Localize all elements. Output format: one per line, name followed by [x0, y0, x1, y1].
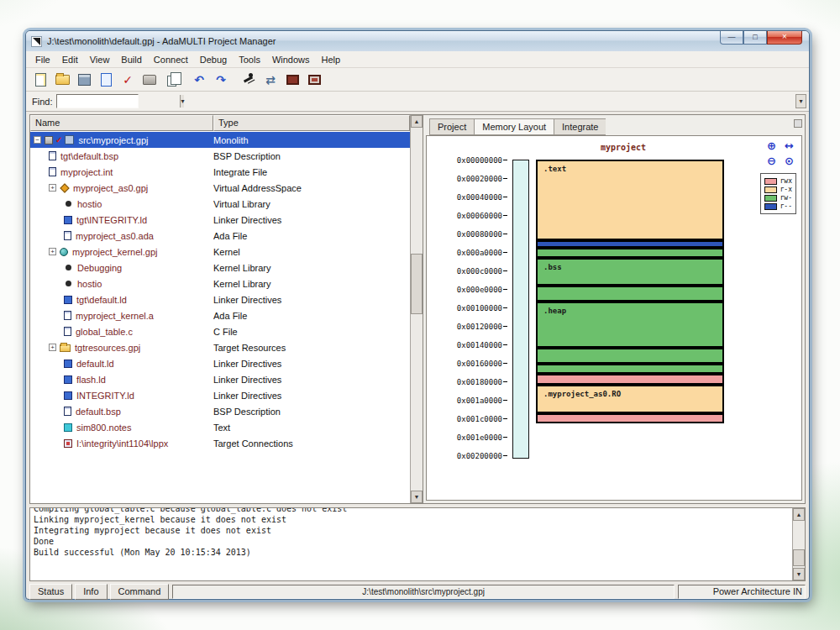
- memory-segment[interactable]: [536, 364, 724, 374]
- memory-segment[interactable]: [536, 413, 724, 423]
- menu-item-windows[interactable]: Windows: [266, 53, 316, 66]
- title-bar[interactable]: J:\test\monolith\default.gpj - AdaMULTI …: [26, 31, 809, 51]
- menu-item-view[interactable]: View: [84, 53, 116, 66]
- memory-segment[interactable]: [536, 348, 724, 364]
- tree-body: −✓src\myproject.gpjMonolithtgt\default.b…: [30, 131, 410, 503]
- tree-row-hostio[interactable]: hostioVirtual Library: [30, 196, 410, 212]
- tree-row-default-ld[interactable]: default.ldLinker Directives: [30, 355, 410, 371]
- tree-row-sim800-notes[interactable]: sim800.notesText: [30, 419, 410, 435]
- close-button[interactable]: ×: [767, 31, 802, 45]
- tree-scroll-thumb[interactable]: [411, 254, 423, 314]
- expand-icon[interactable]: +: [49, 248, 56, 255]
- find-combobox[interactable]: ▾: [56, 94, 139, 108]
- scroll-up-icon[interactable]: ▲: [411, 115, 423, 128]
- memory-address-label: 0x001c0000: [457, 415, 502, 423]
- tree-row-hostio[interactable]: hostioKernel Library: [30, 276, 410, 291]
- tree-row-tgt-integrity-ld[interactable]: tgt\INTEGRITY.ldLinker Directives: [30, 212, 410, 228]
- statusbar-tab-command[interactable]: Command: [110, 584, 170, 600]
- segment--heap[interactable]: .heap: [536, 302, 724, 348]
- segment--text[interactable]: .text: [536, 160, 724, 240]
- menu-item-file[interactable]: File: [29, 53, 56, 66]
- tree-row-tgtresources-gpj[interactable]: +tgtresources.gpjTarget Resources: [30, 339, 410, 355]
- expand-icon[interactable]: +: [49, 184, 56, 192]
- collapse-icon[interactable]: −: [34, 136, 41, 144]
- remote-target-button[interactable]: [304, 70, 324, 90]
- tree-item-name: myproject_kernel.gpj: [72, 247, 158, 257]
- menu-item-build[interactable]: Build: [115, 53, 147, 66]
- column-header-name[interactable]: Name: [30, 115, 213, 131]
- find-dropdown-icon[interactable]: ▾: [180, 95, 184, 108]
- console-scroll-up-icon[interactable]: ▲: [793, 508, 805, 521]
- memory-segment[interactable]: [536, 248, 724, 258]
- tree-row-myproject-int[interactable]: myproject.intIntegrate File: [30, 164, 410, 180]
- tree-row-integrity-ld[interactable]: INTEGRITY.ldLinker Directives: [30, 387, 410, 403]
- document-icon: [64, 231, 71, 240]
- memory-segment[interactable]: [536, 240, 724, 248]
- statusbar-tab-status[interactable]: Status: [29, 584, 72, 600]
- segment--bss[interactable]: .bss: [536, 258, 724, 286]
- open-folder-button[interactable]: [52, 70, 72, 90]
- tree-item-name: hostio: [77, 199, 102, 209]
- new-window-button[interactable]: [96, 70, 116, 90]
- tree-scroll-track[interactable]: [411, 128, 423, 491]
- debug-target-button[interactable]: [282, 70, 302, 90]
- legend-swatch: [764, 178, 777, 185]
- minimize-button[interactable]: —: [720, 31, 743, 45]
- segment--myproject-as0-ro[interactable]: .myproject_as0.RO: [536, 385, 724, 413]
- copy-button[interactable]: [161, 70, 181, 90]
- memory-segment[interactable]: [536, 374, 724, 385]
- memory-default-column[interactable]: [512, 160, 529, 459]
- build-run-button[interactable]: [239, 70, 259, 90]
- tree-item-type: Kernel Library: [213, 279, 410, 289]
- zoom-region-icon[interactable]: ⊙: [780, 154, 798, 169]
- column-header-type[interactable]: Type: [213, 115, 410, 131]
- tree-row-tgt-default-bsp[interactable]: tgt\default.bspBSP Description: [30, 148, 410, 164]
- tick-mark: [503, 307, 507, 308]
- memory-address-label: 0x000a0000: [457, 249, 502, 257]
- tree-row-src-myproject-gpj[interactable]: −✓src\myproject.gpjMonolith: [30, 132, 410, 148]
- tab-memory-layout[interactable]: Memory Layout: [474, 118, 554, 135]
- console-scroll-thumb[interactable]: [793, 549, 805, 566]
- findbar-right-dropdown-icon[interactable]: ▾: [795, 94, 806, 108]
- tree-row-debugging[interactable]: DebuggingKernel Library: [30, 260, 410, 276]
- tree-row-myproject-as0-gpj[interactable]: +myproject_as0.gpjVirtual AddressSpace: [30, 180, 410, 196]
- tree-row-global-table-c[interactable]: global_table.cC File: [30, 323, 410, 339]
- undo-button[interactable]: ↶: [189, 70, 209, 90]
- tree-row-myproject-kernel-a[interactable]: myproject_kernel.aAda File: [30, 307, 410, 323]
- console-scroll-down-icon[interactable]: ▼: [793, 568, 805, 580]
- memory-segment[interactable]: [536, 286, 724, 302]
- memory-address-row: 0x00140000: [428, 341, 507, 360]
- expand-icon[interactable]: +: [49, 344, 56, 351]
- menu-item-debug[interactable]: Debug: [194, 53, 233, 66]
- menu-item-tools[interactable]: Tools: [233, 53, 266, 66]
- tab-integrate[interactable]: Integrate: [554, 118, 606, 135]
- tree-row-flash-ld[interactable]: flash.ldLinker Directives: [30, 371, 410, 387]
- statusbar-tab-info[interactable]: Info: [75, 584, 107, 600]
- tree-row-myproject-kernel-gpj[interactable]: +myproject_kernel.gpjKernel: [30, 244, 410, 260]
- console-scroll-track[interactable]: [793, 521, 805, 568]
- zoom-in-icon[interactable]: ⊕: [763, 139, 780, 154]
- save-button[interactable]: [74, 70, 94, 90]
- tree-row-myproject-as0-ada[interactable]: myproject_as0.adaAda File: [30, 228, 410, 244]
- menu-item-connect[interactable]: Connect: [148, 53, 194, 66]
- new-file-button[interactable]: [30, 70, 50, 90]
- menu-item-edit[interactable]: Edit: [56, 53, 84, 66]
- tree-row-tgt-default-ld[interactable]: tgt\default.ldLinker Directives: [30, 291, 410, 307]
- tree-name-cell: flash.ld: [30, 375, 213, 385]
- zoom-out-icon[interactable]: ⊖: [763, 154, 780, 169]
- tab-project[interactable]: Project: [429, 118, 474, 135]
- console-scrollbar[interactable]: ▲ ▼: [792, 508, 805, 580]
- redo-button[interactable]: ↷: [211, 70, 231, 90]
- tree-row-i-integrity-int1104-lppx[interactable]: I:\integrity\int1104\lppxTarget Connecti…: [30, 435, 410, 451]
- panel-corner-button[interactable]: [794, 119, 802, 128]
- menu-item-help[interactable]: Help: [316, 53, 347, 66]
- connect-button[interactable]: ⇄: [260, 70, 281, 90]
- print-button[interactable]: [139, 70, 160, 90]
- scroll-down-icon[interactable]: ▼: [411, 491, 423, 503]
- tree-row-default-bsp[interactable]: default.bspBSP Description: [30, 403, 410, 419]
- maximize-button[interactable]: □: [743, 31, 767, 45]
- tree-scrollbar[interactable]: ▲ ▼: [410, 115, 423, 503]
- zoom-fit-width-icon[interactable]: ↔: [780, 139, 798, 154]
- find-input[interactable]: [57, 95, 180, 108]
- check-build-button[interactable]: ✓: [118, 70, 138, 90]
